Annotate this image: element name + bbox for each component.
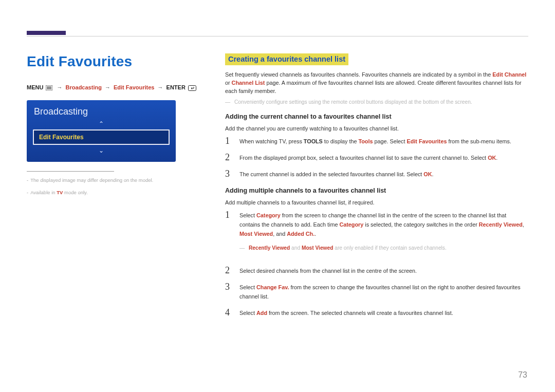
- text: ,: [523, 221, 524, 228]
- footnote-text-b: mode only.: [63, 190, 87, 195]
- subheading-adding-multiple: Adding multiple channels to a favourites…: [225, 187, 528, 194]
- step-number: 4: [225, 308, 232, 318]
- bold-category: Category: [339, 221, 363, 228]
- text: to display the: [323, 138, 359, 144]
- osd-header: Broadcasting: [27, 105, 176, 120]
- step-number: 2: [225, 266, 232, 275]
- text: Select: [239, 310, 256, 316]
- step-text: The current channel is added in the sele…: [239, 170, 434, 179]
- breadcrumb: MENU → Broadcasting → Edit Favourites → …: [27, 84, 201, 91]
- step-item: 4 Select Add from the screen. The select…: [225, 308, 528, 318]
- text: are only enabled if they contain saved c…: [333, 245, 446, 251]
- text: Select: [239, 212, 256, 218]
- bold-added-ch: Added Ch.: [287, 231, 314, 237]
- bold-edit-favourites: Edit Favourites: [406, 138, 447, 144]
- bold-ok: OK: [488, 155, 496, 161]
- footnote-line: -The displayed image may differ dependin…: [27, 177, 201, 184]
- text: From the displayed prompt box, select a …: [239, 155, 488, 161]
- bold-edit-channel: Edit Channel: [492, 71, 526, 78]
- osd-selected-item: Edit Favourites: [33, 129, 170, 145]
- breadcrumb-broadcasting: Broadcasting: [66, 84, 102, 90]
- bold-category: Category: [256, 212, 281, 218]
- text: , and: [273, 231, 287, 237]
- subheading-adding-current: Adding the current channel to a favourit…: [225, 113, 528, 120]
- text: from the sub-menu items.: [447, 138, 511, 144]
- step-number: 3: [225, 170, 232, 179]
- breadcrumb-arrow-icon: →: [156, 84, 165, 90]
- manual-page: Edit Favourites MENU → Broadcasting → Ed…: [0, 0, 555, 392]
- bold-add: Add: [256, 310, 267, 316]
- step-text: Select Add from the screen. The selected…: [239, 308, 453, 318]
- breadcrumb-arrow-icon: →: [55, 84, 64, 90]
- step-number: 1: [225, 137, 232, 146]
- bold-most-viewed: Most Viewed: [239, 231, 273, 237]
- text: or: [225, 80, 232, 86]
- breadcrumb-menu-label: MENU: [27, 84, 43, 90]
- bold-change-fav: Change Fav.: [256, 284, 289, 290]
- bold-recently-viewed: Recently Viewed: [479, 221, 523, 228]
- step-number: 2: [225, 153, 232, 162]
- text: .: [314, 231, 316, 237]
- bold-recently-viewed: Recently Viewed: [249, 245, 290, 251]
- intro-paragraph: Set frequently viewed channels as favour…: [225, 70, 528, 95]
- text: Select: [239, 284, 256, 290]
- breadcrumb-edit-favourites: Edit Favourites: [114, 84, 154, 90]
- steps-adding-multiple: 1 Select Category from the screen to cha…: [225, 211, 528, 318]
- header-divider: [27, 36, 528, 36]
- footnote-line: -Available in TV mode only.: [27, 189, 201, 196]
- right-column: Creating a favourites channel list Set f…: [225, 53, 528, 325]
- step-item: 3 Select Change Fav. from the screen to …: [225, 283, 528, 301]
- dash-icon: -: [27, 190, 28, 195]
- step-number: 3: [225, 283, 232, 301]
- text: page. A maximum of five favourites chann…: [225, 80, 522, 94]
- chevron-up-icon: ⌃: [27, 120, 176, 127]
- bold-channel-list: Channel List: [232, 80, 265, 86]
- sub2-desc: Add multiple channels to a favourites ch…: [225, 198, 528, 207]
- text: Set frequently viewed channels as favour…: [225, 71, 492, 78]
- breadcrumb-enter-label: ENTER: [166, 84, 186, 90]
- step-text: Select Change Fav. from the screen to ch…: [239, 283, 528, 301]
- text: .: [432, 171, 434, 177]
- intro-note: Conveniently configure settings using th…: [225, 99, 528, 105]
- text: .: [496, 155, 497, 161]
- page-number: 73: [518, 370, 527, 380]
- step-item: 1 When watching TV, press TOOLS to displ…: [225, 137, 528, 146]
- left-column: Edit Favourites MENU → Broadcasting → Ed…: [27, 53, 201, 325]
- step-item: 3 The current channel is added in the se…: [225, 170, 528, 179]
- breadcrumb-arrow-icon: →: [103, 84, 112, 90]
- step-item: 2 Select desired channels from the chann…: [225, 266, 528, 275]
- enter-icon: [188, 85, 196, 91]
- text: When watching TV, press: [239, 138, 304, 144]
- osd-preview-panel: Broadcasting ⌃ Edit Favourites ⌄: [27, 100, 176, 162]
- footnote-bold: TV: [57, 190, 63, 195]
- footnote-divider: [27, 171, 114, 172]
- chevron-down-icon: ⌄: [27, 147, 176, 154]
- step-number: 1: [225, 211, 232, 259]
- step-item: 2 From the displayed prompt box, select …: [225, 153, 528, 162]
- bold-tools-key: TOOLS: [304, 138, 323, 144]
- steps-adding-current: 1 When watching TV, press TOOLS to displ…: [225, 137, 528, 179]
- two-column-layout: Edit Favourites MENU → Broadcasting → Ed…: [27, 53, 528, 325]
- step-item: 1 Select Category from the screen to cha…: [225, 211, 528, 259]
- step-text: Select Category from the screen to chang…: [239, 211, 528, 259]
- step-text: Select desired channels from the channel…: [239, 266, 417, 275]
- bold-ok: OK: [423, 171, 432, 177]
- bold-most-viewed: Most Viewed: [302, 245, 334, 251]
- dash-icon: -: [27, 177, 28, 183]
- step-note: Recently Viewed and Most Viewed are only…: [239, 244, 528, 253]
- text: The current channel is added in the sele…: [239, 171, 423, 177]
- text: is selected, the category switches in th…: [363, 221, 478, 228]
- footnote-text-a: Available in: [30, 190, 57, 195]
- step-text: From the displayed prompt box, select a …: [239, 153, 497, 162]
- step-text: When watching TV, press TOOLS to display…: [239, 137, 511, 146]
- page-title: Edit Favourites: [27, 53, 201, 70]
- text: and: [290, 245, 302, 251]
- header-accent-bar: [27, 31, 66, 35]
- text: from the screen. The selected channels w…: [267, 310, 453, 316]
- bold-tools-page: Tools: [358, 138, 373, 144]
- sub1-desc: Add the channel you are currently watchi…: [225, 124, 528, 133]
- section-heading: Creating a favourites channel list: [225, 53, 348, 65]
- text: page. Select: [373, 138, 406, 144]
- footnote-text: The displayed image may differ depending…: [30, 177, 153, 183]
- menu-icon: [46, 85, 52, 90]
